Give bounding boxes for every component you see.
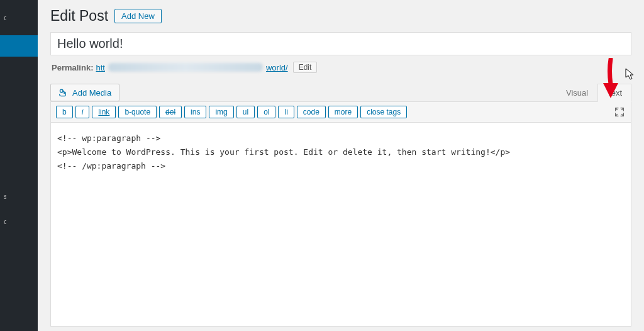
qt-img-button[interactable]: img [209,106,233,118]
qt-bquote-button[interactable]: b-quote [118,106,157,118]
permalink-row: Permalink: htt world/ Edit [52,62,630,73]
qt-link-button[interactable]: link [92,106,116,118]
permalink-redacted [108,63,263,72]
admin-sidebar: d s ce [0,0,38,331]
qt-ul-button[interactable]: ul [236,106,255,118]
page-title: Edit Post [50,8,108,25]
tab-text[interactable]: Text [597,84,631,102]
sidebar-active-indicator [0,35,38,57]
qt-bold-button[interactable]: b [56,106,73,118]
qt-del-button[interactable]: del [159,106,182,118]
add-media-button[interactable]: Add Media [50,84,119,101]
fullscreen-toggle-icon[interactable] [614,107,625,117]
qt-italic-button[interactable]: i [75,106,90,118]
sidebar-item[interactable]: ce [1,214,6,229]
camera-media-icon [58,87,69,98]
tab-visual[interactable]: Visual [557,84,597,102]
main-content: Edit Post Add New Permalink: htt world/ … [38,0,644,331]
app-root: d s ce Edit Post Add New Permalink: htt … [0,0,644,331]
permalink-url-suffix[interactable]: world/ [266,63,288,72]
heading-row: Edit Post Add New [50,8,631,25]
editor-tabs: Visual Text [557,83,631,101]
post-title-input[interactable] [50,32,631,55]
permalink-label: Permalink: [52,63,93,72]
qt-li-button[interactable]: li [278,106,294,118]
post-content-textarea[interactable] [51,123,631,324]
qt-code-button[interactable]: code [297,106,326,118]
qt-ol-button[interactable]: ol [257,106,275,118]
sidebar-item[interactable]: s [1,189,6,204]
media-row: Add Media Visual Text [50,83,631,101]
quicktags-toolbar: b i link b-quote del ins img ul ol li co… [51,102,631,123]
qt-ins-button[interactable]: ins [184,106,206,118]
qt-more-button[interactable]: more [328,106,358,118]
editor-wrap: b i link b-quote del ins img ul ol li co… [50,101,631,327]
permalink-edit-button[interactable]: Edit [293,62,318,73]
add-new-button[interactable]: Add New [114,9,162,23]
permalink-url-prefix[interactable]: htt [96,63,104,72]
qt-close-tags-button[interactable]: close tags [360,106,407,118]
add-media-label: Add Media [72,88,111,98]
sidebar-item[interactable]: d [1,10,6,25]
